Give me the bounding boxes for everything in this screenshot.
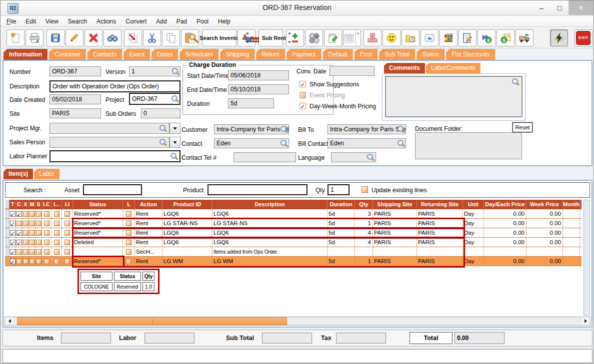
cell-week-price[interactable]: 0.00 xyxy=(526,228,563,237)
row-1-check-i-c[interactable] xyxy=(42,209,52,218)
tab-information[interactable]: Information xyxy=(4,49,48,60)
unchecked-checkbox-icon[interactable] xyxy=(36,259,42,264)
unchecked-checkbox-icon[interactable] xyxy=(30,230,35,236)
cell-qty[interactable]: 4 xyxy=(355,228,373,237)
cell-day-each-price[interactable]: 0.00 xyxy=(484,228,526,237)
cell-unit[interactable]: Day xyxy=(463,257,484,266)
row-5-check-m[interactable] xyxy=(29,247,36,256)
org-chart-button[interactable] xyxy=(364,29,382,46)
unchecked-checkbox-icon[interactable] xyxy=(30,259,35,264)
unchecked-checkbox-icon[interactable] xyxy=(36,221,42,226)
cell-returning-site[interactable]: PARIS xyxy=(417,209,463,218)
menu-item-add[interactable]: Add xyxy=(156,18,166,25)
unchecked-checkbox-icon[interactable] xyxy=(16,259,22,264)
menu-item-actions[interactable]: Actions xyxy=(96,18,116,25)
delivery-truck-button[interactable] xyxy=(516,29,534,46)
unchecked-checkbox-icon[interactable] xyxy=(64,211,70,217)
table-row[interactable]: DeletedRentLGQ6LGQ65d4PARISPARISDay0.000… xyxy=(5,238,582,247)
cell-l-check[interactable] xyxy=(123,247,135,256)
column-header-l[interactable]: L xyxy=(123,200,135,209)
cell-product-id[interactable]: LG STAR-NS xyxy=(162,219,212,228)
cell-returning-site[interactable] xyxy=(417,247,463,256)
cell-action[interactable]: Rent xyxy=(135,238,162,247)
unchecked-checkbox-icon[interactable] xyxy=(54,249,60,255)
cut-button[interactable] xyxy=(143,29,161,46)
column-header-duration[interactable]: Duration xyxy=(328,200,355,209)
table-row[interactable]: Reserved*RentLG WMLG WM5d1PARISPARISDay0… xyxy=(5,257,582,266)
cell-product-id[interactable]: LGQ6 xyxy=(162,209,212,218)
cell-l-check[interactable] xyxy=(123,257,135,266)
menu-item-pad[interactable]: Pad xyxy=(176,18,187,25)
cell-status[interactable]: Deleted xyxy=(73,238,123,247)
quick-flash-button[interactable] xyxy=(550,29,568,46)
cell-month[interactable] xyxy=(563,257,580,266)
row-1-check-i-[interactable] xyxy=(52,209,62,218)
reset-button[interactable]: Reset xyxy=(512,122,532,132)
row-2-check-x[interactable] xyxy=(22,219,29,228)
checked-checkbox-icon[interactable] xyxy=(10,249,16,255)
labor-planner-field[interactable] xyxy=(50,150,180,162)
sub-rent-button[interactable]: Sub Rent xyxy=(258,29,283,46)
unchecked-checkbox-icon[interactable] xyxy=(54,211,60,217)
menu-item-search[interactable]: Search xyxy=(68,18,87,25)
row-5-check-i-c[interactable] xyxy=(42,247,52,256)
project-field[interactable]: ORD-367 xyxy=(129,93,180,105)
column-header-week-price[interactable]: Week Price xyxy=(526,200,563,209)
column-header-i-c[interactable]: I.C xyxy=(42,200,52,209)
cell-shipping-site[interactable] xyxy=(373,247,417,256)
column-header-i-[interactable]: I... xyxy=(52,200,62,209)
column-header-qty[interactable]: Qty xyxy=(355,200,373,209)
menu-item-help[interactable]: Help xyxy=(218,18,230,25)
tab-return[interactable]: Return xyxy=(256,49,285,60)
unchecked-checkbox-icon[interactable] xyxy=(126,249,132,255)
cell-action[interactable]: Rent xyxy=(135,219,162,228)
cell-description[interactable]: LGQ6 xyxy=(212,228,328,237)
cell-unit[interactable]: Day xyxy=(463,238,484,247)
cell-qty[interactable]: 1 xyxy=(355,219,373,228)
row-1-check-t[interactable] xyxy=(10,209,16,218)
cell-week-price[interactable] xyxy=(526,247,563,256)
cell-description[interactable]: Items added from Ops Order xyxy=(212,247,328,256)
tab-dates[interactable]: Dates xyxy=(152,49,178,60)
column-header-t[interactable]: T xyxy=(10,200,16,209)
sales-person-dropdown[interactable] xyxy=(170,137,180,148)
checked-checkbox-icon[interactable] xyxy=(10,259,16,264)
cell-duration[interactable]: 5d xyxy=(328,238,355,247)
row-6-check-s[interactable] xyxy=(36,257,42,266)
checked-checkbox-icon[interactable] xyxy=(10,221,16,226)
column-header-action[interactable]: Action xyxy=(135,200,162,209)
sales-person-field[interactable] xyxy=(50,137,170,148)
row-3-check-s[interactable] xyxy=(36,228,42,237)
column-header-c[interactable]: C xyxy=(16,200,22,209)
row-5-check-x[interactable] xyxy=(22,247,29,256)
unchecked-checkbox-icon[interactable] xyxy=(30,211,35,217)
unchecked-checkbox-icon[interactable] xyxy=(64,221,70,226)
menu-item-view[interactable]: View xyxy=(46,18,58,25)
scroll-right-arrow[interactable] xyxy=(582,317,590,325)
labor-planner-lookup-icon[interactable] xyxy=(170,153,178,160)
cell-description[interactable]: LG STAR-NS xyxy=(212,219,328,228)
unchecked-checkbox-icon[interactable] xyxy=(23,230,28,236)
language-lookup-icon[interactable] xyxy=(367,154,374,161)
cell-returning-site[interactable]: PARIS xyxy=(417,228,463,237)
unchecked-checkbox-icon[interactable] xyxy=(126,211,132,217)
unchecked-checkbox-icon[interactable] xyxy=(23,259,28,264)
tab-sub-total[interactable]: Sub Total xyxy=(379,49,415,60)
inventory-cube-button[interactable] xyxy=(440,29,458,46)
table-row[interactable]: Reserved*RentLG STAR-NSLG STAR-NS5d1PARI… xyxy=(5,219,582,228)
delete-button[interactable] xyxy=(84,29,102,46)
unchecked-checkbox-icon[interactable] xyxy=(64,249,70,255)
row-3-check-i-i[interactable] xyxy=(62,228,73,237)
cell-duration[interactable]: 5d xyxy=(328,228,355,237)
cell-shipping-site[interactable]: PARIS xyxy=(373,257,417,266)
cell-shipping-site[interactable]: PARIS xyxy=(373,228,417,237)
row-3-check-x[interactable] xyxy=(22,228,29,237)
menu-item-convert[interactable]: Convert xyxy=(126,18,146,25)
row-4-check-i-[interactable] xyxy=(52,238,62,247)
tab-shipping[interactable]: Shipping xyxy=(220,49,254,60)
unchecked-checkbox-icon[interactable] xyxy=(126,240,132,245)
calendar-dropdown[interactable] xyxy=(356,31,360,45)
unchecked-checkbox-icon[interactable] xyxy=(64,259,70,264)
column-header-i-i[interactable]: I.I xyxy=(62,200,73,209)
comments-textarea[interactable] xyxy=(385,76,522,117)
